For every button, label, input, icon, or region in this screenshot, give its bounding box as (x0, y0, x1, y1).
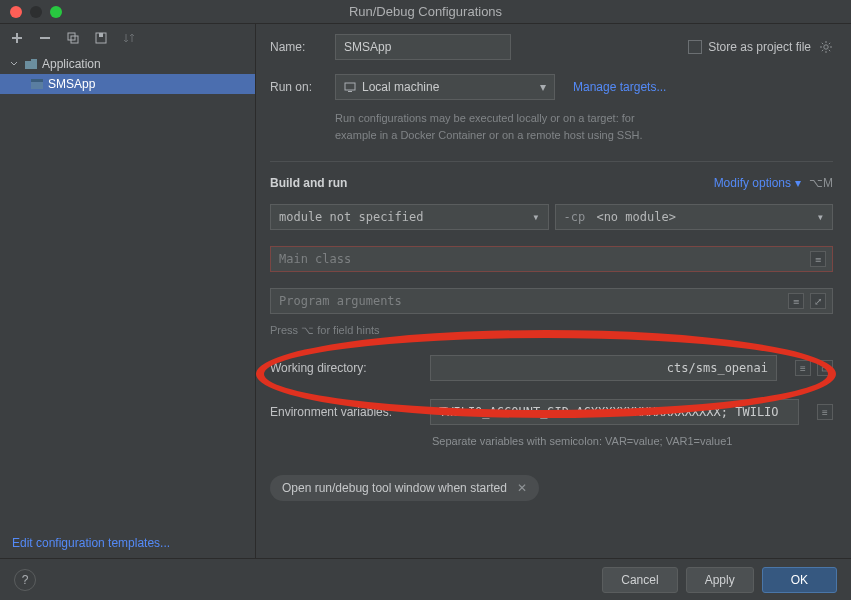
folder-icon[interactable]: ▭ (817, 360, 833, 376)
module-value: module not specified (279, 210, 424, 224)
svg-rect-11 (348, 91, 352, 92)
env-vars-value: TWILIO_ACCOUNT_SID=ACXXXXXXXXXXXXXXXXXX;… (439, 405, 779, 419)
svg-rect-4 (99, 33, 103, 37)
run-on-value: Local machine (362, 80, 439, 94)
svg-rect-8 (31, 79, 43, 82)
run-on-row: Run on: Local machine ▾ Manage targets..… (270, 74, 833, 100)
main-panel: Name: SMSApp Store as project file Run o… (256, 24, 851, 558)
edit-templates-link[interactable]: Edit configuration templates... (12, 536, 170, 550)
module-cp-row: module not specified ▾ -cp <no module> ▾ (270, 204, 833, 230)
config-tree: Application SMSApp (0, 52, 255, 528)
classpath-select[interactable]: -cp <no module> ▾ (555, 204, 834, 230)
apply-button[interactable]: Apply (686, 567, 754, 593)
working-dir-row: Working directory: cts/sms_openai ≡ ▭ (270, 355, 833, 381)
machine-icon (344, 81, 356, 93)
tree-root-application[interactable]: Application (0, 54, 255, 74)
application-icon (30, 77, 44, 91)
open-tool-window-chip[interactable]: Open run/debug tool window when started … (270, 475, 539, 501)
manage-targets-link[interactable]: Manage targets... (573, 80, 666, 94)
help-icon: ? (22, 573, 29, 587)
ok-button[interactable]: OK (762, 567, 837, 593)
dialog-body: Application SMSApp Edit configuration te… (0, 24, 851, 558)
bottom-bar: ? Cancel Apply OK (0, 558, 851, 600)
list-icon[interactable]: ≡ (810, 251, 826, 267)
field-hints: Press ⌥ for field hints (270, 324, 833, 337)
close-icon[interactable]: ✕ (517, 481, 527, 495)
build-run-title: Build and run (270, 176, 347, 190)
gear-icon[interactable] (819, 40, 833, 54)
name-value: SMSApp (344, 40, 391, 54)
cp-module: <no module> (596, 210, 675, 224)
svg-rect-6 (31, 59, 37, 63)
apply-label: Apply (705, 573, 735, 587)
working-dir-label: Working directory: (270, 361, 418, 375)
modify-options-label: Modify options (714, 176, 791, 190)
cp-prefix: -cp (564, 210, 586, 224)
sidebar-bottom: Edit configuration templates... (0, 528, 255, 558)
chevron-down-icon: ▾ (532, 210, 539, 224)
ok-label: OK (791, 573, 808, 587)
svg-rect-0 (40, 37, 50, 39)
list-icon[interactable]: ≡ (817, 404, 833, 420)
remove-icon[interactable] (38, 31, 52, 45)
module-select[interactable]: module not specified ▾ (270, 204, 549, 230)
name-row: Name: SMSApp Store as project file (270, 34, 833, 60)
sidebar: Application SMSApp Edit configuration te… (0, 24, 256, 558)
working-dir-field[interactable]: cts/sms_openai (430, 355, 777, 381)
run-on-label: Run on: (270, 80, 325, 94)
window-title: Run/Debug Configurations (0, 4, 851, 19)
env-vars-field[interactable]: TWILIO_ACCOUNT_SID=ACXXXXXXXXXXXXXXXXXX;… (430, 399, 799, 425)
svg-point-9 (824, 45, 828, 49)
list-icon[interactable]: ≡ (788, 293, 804, 309)
store-project-file-checkbox[interactable]: Store as project file (688, 40, 833, 54)
build-run-header: Build and run Modify options ▾ ⌥M (270, 176, 833, 190)
expand-icon[interactable]: ⤢ (810, 293, 826, 309)
env-hint: Separate variables with semicolon: VAR=v… (432, 435, 833, 447)
sidebar-toolbar (0, 24, 255, 52)
help-button[interactable]: ? (14, 569, 36, 591)
run-on-select[interactable]: Local machine ▾ (335, 74, 555, 100)
cancel-button[interactable]: Cancel (602, 567, 677, 593)
modify-options-link[interactable]: Modify options ▾ (714, 176, 801, 190)
chevron-down-icon: ▾ (817, 210, 824, 224)
tree-root-label: Application (42, 57, 101, 71)
env-vars-label: Environment variables: (270, 405, 418, 419)
main-class-placeholder: Main class (279, 252, 351, 266)
copy-icon[interactable] (66, 31, 80, 45)
svg-rect-10 (345, 83, 355, 90)
tree-item-smsapp[interactable]: SMSApp (0, 74, 255, 94)
chevron-down-icon (10, 60, 20, 68)
titlebar: Run/Debug Configurations (0, 0, 851, 24)
name-input[interactable]: SMSApp (335, 34, 511, 60)
main-class-field[interactable]: Main class ≡ (270, 246, 833, 272)
modify-shortcut: ⌥M (809, 176, 833, 190)
checkbox-icon (688, 40, 702, 54)
run-on-help: Run configurations may be executed local… (335, 110, 833, 143)
list-icon[interactable]: ≡ (795, 360, 811, 376)
application-folder-icon (24, 57, 38, 71)
env-vars-row: Environment variables: TWILIO_ACCOUNT_SI… (270, 399, 833, 425)
divider (270, 161, 833, 162)
chip-label: Open run/debug tool window when started (282, 481, 507, 495)
tree-item-label: SMSApp (48, 77, 95, 91)
name-label: Name: (270, 40, 325, 54)
program-args-placeholder: Program arguments (279, 294, 402, 308)
chevron-down-icon: ▾ (795, 176, 801, 190)
working-dir-value: cts/sms_openai (667, 361, 768, 375)
cancel-label: Cancel (621, 573, 658, 587)
chevron-down-icon: ▾ (540, 80, 546, 94)
program-args-field[interactable]: Program arguments ≡ ⤢ (270, 288, 833, 314)
store-label: Store as project file (708, 40, 811, 54)
sort-icon[interactable] (122, 31, 136, 45)
save-icon[interactable] (94, 31, 108, 45)
add-icon[interactable] (10, 31, 24, 45)
